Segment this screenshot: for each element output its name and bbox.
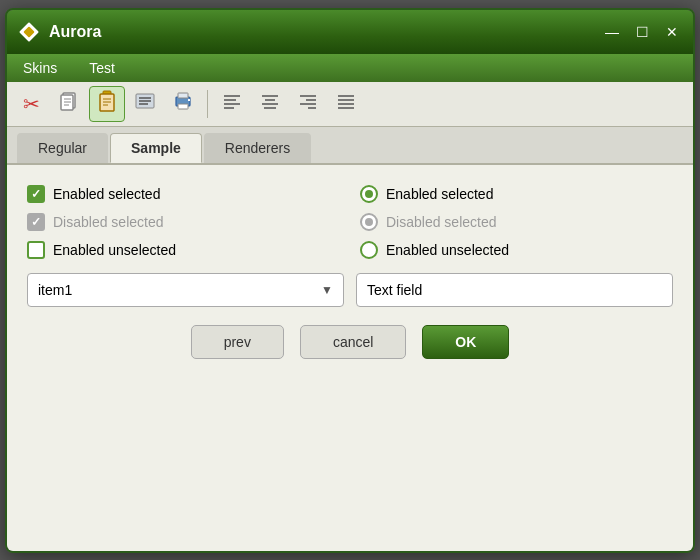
radio-1-label: Enabled selected (386, 186, 493, 202)
checkbox-1[interactable] (27, 185, 45, 203)
print-button[interactable] (165, 86, 201, 122)
scissors-button[interactable]: ✂ (13, 86, 49, 122)
radio-3-label: Enabled unselected (386, 242, 509, 258)
checkbox-enabled-selected: Enabled selected (27, 185, 340, 203)
menu-skins[interactable]: Skins (15, 58, 65, 78)
options-grid: Enabled selected Enabled selected Disabl… (27, 185, 673, 259)
window-controls: — ☐ ✕ (601, 21, 683, 43)
print-icon (172, 90, 194, 117)
dropdown-arrow-icon: ▼ (321, 283, 333, 297)
format-button[interactable] (127, 86, 163, 122)
menu-test[interactable]: Test (81, 58, 123, 78)
format-icon (134, 90, 156, 117)
justify-button[interactable] (328, 86, 364, 122)
copy-button[interactable] (51, 86, 87, 122)
ok-button[interactable]: OK (422, 325, 509, 359)
checkbox-2 (27, 213, 45, 231)
maximize-button[interactable]: ☐ (631, 21, 653, 43)
text-field[interactable] (356, 273, 673, 307)
tab-regular[interactable]: Regular (17, 133, 108, 163)
radio-2 (360, 213, 378, 231)
toolbar-separator (207, 90, 208, 118)
radio-enabled-selected: Enabled selected (360, 185, 673, 203)
align-left-button[interactable] (214, 86, 250, 122)
main-window: Aurora — ☐ ✕ Skins Test ✂ (5, 8, 695, 553)
align-right-icon (297, 90, 319, 117)
checkbox-2-label: Disabled selected (53, 214, 164, 230)
svg-rect-19 (188, 99, 190, 101)
svg-rect-18 (178, 104, 188, 109)
dropdown[interactable]: item1 ▼ (27, 273, 344, 307)
align-center-icon (259, 90, 281, 117)
radio-disabled-selected: Disabled selected (360, 213, 673, 231)
align-center-button[interactable] (252, 86, 288, 122)
radio-1[interactable] (360, 185, 378, 203)
copy-icon (58, 90, 80, 117)
window-title: Aurora (49, 23, 593, 41)
app-logo (17, 20, 41, 44)
align-right-button[interactable] (290, 86, 326, 122)
scissors-icon: ✂ (23, 92, 40, 116)
justify-icon (335, 90, 357, 117)
radio-enabled-unselected: Enabled unselected (360, 241, 673, 259)
checkbox-enabled-unselected: Enabled unselected (27, 241, 340, 259)
cancel-button[interactable]: cancel (300, 325, 406, 359)
prev-button[interactable]: prev (191, 325, 284, 359)
align-left-icon (221, 90, 243, 117)
checkbox-1-label: Enabled selected (53, 186, 160, 202)
tab-bar: Regular Sample Renderers (7, 127, 693, 165)
title-bar: Aurora — ☐ ✕ (7, 10, 693, 54)
svg-rect-17 (178, 93, 188, 98)
radio-2-label: Disabled selected (386, 214, 497, 230)
controls-row: item1 ▼ (27, 273, 673, 307)
tab-renderers[interactable]: Renderers (204, 133, 311, 163)
toolbar: ✂ (7, 82, 693, 127)
tab-sample[interactable]: Sample (110, 133, 202, 163)
paste-button[interactable] (89, 86, 125, 122)
checkbox-disabled-selected: Disabled selected (27, 213, 340, 231)
dropdown-value: item1 (38, 282, 72, 298)
checkbox-3[interactable] (27, 241, 45, 259)
minimize-button[interactable]: — (601, 21, 623, 43)
content-area: Enabled selected Enabled selected Disabl… (7, 165, 693, 551)
button-row: prev cancel OK (27, 325, 673, 359)
paste-icon (96, 90, 118, 117)
radio-3[interactable] (360, 241, 378, 259)
checkbox-3-label: Enabled unselected (53, 242, 176, 258)
menu-bar: Skins Test (7, 54, 693, 82)
close-button[interactable]: ✕ (661, 21, 683, 43)
